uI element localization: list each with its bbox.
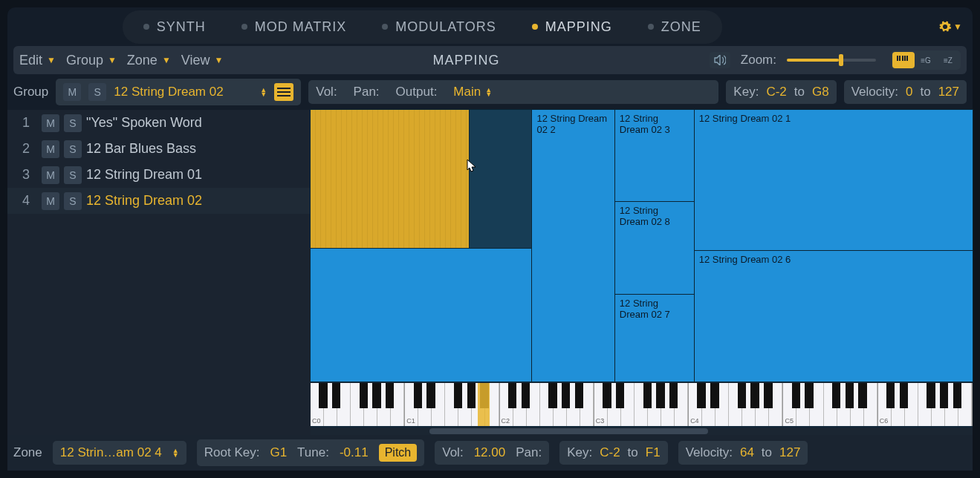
zkey-high[interactable]: F1	[646, 445, 661, 460]
zone-block[interactable]: 12 String Dream 02 2	[532, 110, 614, 382]
keyboard-ruler[interactable]: C0C1C2C3C4C5C6	[311, 383, 973, 426]
zone-block[interactable]	[470, 110, 533, 249]
octave[interactable]: C4	[689, 383, 783, 426]
zone-block[interactable]	[311, 110, 470, 249]
zone-block[interactable]: 12 String Dream 02 6	[695, 251, 973, 382]
vel-high[interactable]: 127	[938, 85, 959, 99]
group-solo-button[interactable]: S	[64, 140, 82, 158]
zkey-low[interactable]: C-2	[600, 445, 620, 460]
edit-menu[interactable]: Edit▼	[19, 53, 56, 68]
zone-block[interactable]: 12 String Dream 02 1	[695, 110, 973, 251]
group-solo-button[interactable]: S	[64, 166, 82, 184]
group-name: 12 String Dream 02	[114, 85, 253, 99]
to-label: to	[794, 85, 805, 99]
tab-label: MOD MATRIX	[255, 19, 347, 35]
zone-label: Zone	[13, 445, 42, 460]
group-index: 4	[15, 193, 37, 209]
pitch-button[interactable]: Pitch	[379, 444, 418, 462]
zone-selector[interactable]: 12 Strin…am 02 4 ▲▼	[53, 441, 186, 465]
audition-button[interactable]	[710, 52, 730, 68]
speaker-icon	[714, 55, 726, 65]
group-solo-button[interactable]: S	[64, 192, 82, 210]
zone-param-bar: Zone 12 Strin…am 02 4 ▲▼ Root Key: G1 Tu…	[7, 435, 973, 471]
rootkey-highlight	[478, 383, 490, 426]
stepper-icon[interactable]: ▲▼	[172, 448, 179, 457]
zone-key-range: Key: C-2 to F1	[559, 441, 667, 465]
zone-block-label: 12 String Dream 02 8	[620, 205, 670, 227]
zone-map[interactable]: 12 String Dream 02 212 String Dream 02 3…	[311, 110, 973, 382]
tab-zone[interactable]: ZONE	[630, 13, 719, 41]
group-mute-button[interactable]: M	[42, 192, 59, 210]
group-row-name: 12 String Dream 02	[86, 193, 303, 209]
group-mute-button[interactable]: M	[42, 140, 59, 158]
to-label-2: to	[920, 85, 930, 99]
mapping-editor[interactable]: 12 String Dream 02 212 String Dream 02 3…	[311, 110, 973, 435]
tab-mod-matrix[interactable]: MOD MATRIX	[224, 13, 365, 41]
key-low[interactable]: C-2	[766, 85, 786, 99]
zone-block[interactable]	[311, 249, 532, 382]
zone-block-label: 12 String Dream 02 3	[620, 113, 670, 135]
octave[interactable]: C2	[500, 383, 594, 426]
stepper-icon[interactable]: ▲▼	[260, 88, 267, 96]
key-high[interactable]: G8	[812, 85, 829, 99]
zone-block[interactable]: 12 String Dream 02 3	[615, 110, 695, 202]
group-key-range: Key: C-2 to G8	[726, 80, 836, 104]
octave[interactable]: C3	[594, 383, 689, 426]
zoom-slider[interactable]	[787, 59, 876, 62]
pan-label[interactable]: Pan:	[354, 85, 380, 99]
group-list-view-button[interactable]: ≡G	[915, 52, 937, 68]
zone-block[interactable]: 12 String Dream 02 8	[615, 202, 695, 294]
group-row[interactable]: 3MS12 String Dream 01	[7, 162, 311, 188]
group-list-icon[interactable]	[274, 83, 293, 101]
vel-low[interactable]: 0	[906, 85, 912, 99]
tab-synth[interactable]: SYNTH	[126, 13, 224, 41]
svg-rect-5	[906, 56, 908, 61]
octave-label: C2	[502, 417, 510, 425]
rootkey-value[interactable]: G1	[270, 445, 287, 460]
zone-list-view-button[interactable]: ≡Z	[937, 52, 959, 68]
zpan-label[interactable]: Pan:	[516, 445, 542, 460]
keyboard-view-button[interactable]	[892, 52, 915, 68]
tune-value[interactable]: -0.11	[340, 445, 369, 460]
group-selector[interactable]: M S 12 String Dream 02 ▲▼	[56, 79, 301, 105]
tab-dot-icon	[143, 24, 149, 30]
zvel-low[interactable]: 64	[740, 445, 754, 460]
group-row[interactable]: 2MS12 Bar Blues Bass	[7, 136, 311, 162]
group-solo-button[interactable]: S	[64, 114, 82, 132]
rootkey-label: Root Key:	[204, 445, 260, 460]
vel-label: Velocity:	[851, 85, 898, 99]
zone-block[interactable]: 12 String Dream 02 7	[615, 295, 695, 382]
octave-label: C5	[785, 417, 794, 425]
group-mute-button[interactable]: M	[42, 114, 59, 132]
key-label: Key:	[733, 85, 759, 99]
octave[interactable]: C0	[311, 383, 405, 426]
zto-label-2: to	[762, 445, 772, 460]
group-row-name: 12 String Dream 01	[86, 167, 303, 183]
group-solo-button[interactable]: S	[88, 83, 106, 101]
octave-label: C4	[690, 417, 699, 425]
octave[interactable]: C6	[878, 383, 973, 426]
zvel-high[interactable]: 127	[779, 445, 800, 460]
zone-menu[interactable]: Zone▼	[127, 53, 171, 68]
group-row[interactable]: 1MS"Yes" Spoken Word	[7, 110, 311, 136]
svg-rect-3	[902, 56, 903, 61]
tab-label: MODULATORS	[395, 19, 496, 35]
zto-label: to	[628, 445, 638, 460]
octave[interactable]: C5	[783, 383, 877, 426]
group-row[interactable]: 4MS12 String Dream 02	[7, 188, 311, 214]
vol-label[interactable]: Vol:	[316, 85, 337, 99]
view-menu[interactable]: View▼	[181, 53, 224, 68]
zvol-label: Vol:	[442, 445, 463, 460]
tab-mapping[interactable]: MAPPING	[514, 13, 630, 41]
zone-block-label: 12 String Dream 02 6	[699, 254, 791, 265]
output-selector[interactable]: Main▲▼	[453, 85, 492, 99]
settings-menu[interactable]: ▼	[938, 20, 962, 33]
zvol-value[interactable]: 12.00	[474, 445, 506, 460]
tab-modulators[interactable]: MODULATORS	[364, 13, 513, 41]
group-menu[interactable]: Group▼	[66, 53, 117, 68]
group-mute-button[interactable]: M	[42, 166, 59, 184]
h-scrollbar[interactable]	[311, 428, 973, 435]
tab-label: SYNTH	[157, 19, 206, 35]
group-mute-button[interactable]: M	[63, 83, 81, 101]
octave-label: C3	[596, 417, 605, 425]
